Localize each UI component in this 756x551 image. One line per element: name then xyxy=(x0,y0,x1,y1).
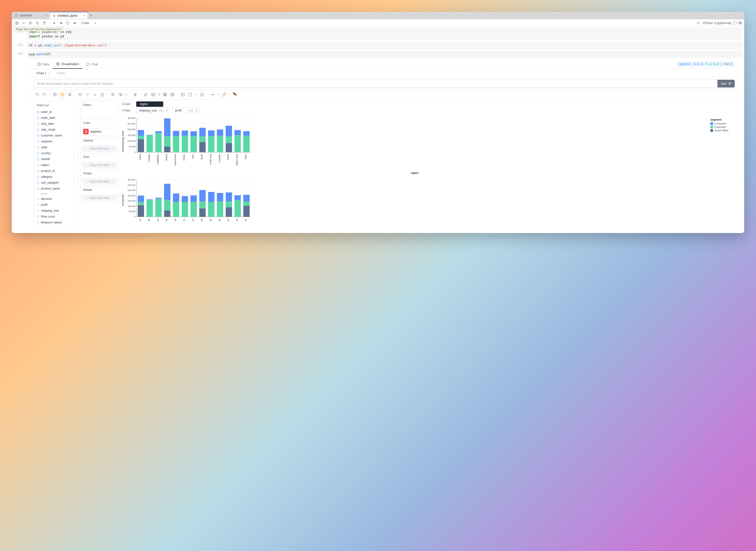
x-axis-pill[interactable]: region xyxy=(136,101,163,107)
more-icon[interactable]: ⋮ xyxy=(72,151,75,155)
layers-icon[interactable] xyxy=(67,91,73,98)
sort-arrows-icon[interactable]: ▴▾ xyxy=(196,109,197,112)
field-item[interactable]: #discount⋮ xyxy=(34,196,78,202)
gear-icon[interactable] xyxy=(169,91,175,98)
more-icon[interactable]: ⋮ xyxy=(72,116,75,120)
sort-desc-icon[interactable] xyxy=(84,91,91,98)
responsive-icon[interactable] xyxy=(117,91,123,98)
more-icon[interactable]: ⋮ xyxy=(72,203,75,207)
code-cell[interactable]: [1]: import pygwalker as pyg import pand… xyxy=(14,28,742,40)
shelf-filters[interactable]: Filters xyxy=(81,101,119,119)
new-chart-button[interactable]: + New xyxy=(54,70,67,76)
field-item[interactable]: order_date⋮ xyxy=(34,115,78,121)
table-icon[interactable] xyxy=(162,91,168,98)
code-cell[interactable]: [3]: pyg.walk(df) xyxy=(14,51,742,58)
field-item[interactable]: #profit⋮ xyxy=(34,202,78,208)
code-editor[interactable]: pyg.walk(df) xyxy=(27,51,742,58)
copy-icon[interactable] xyxy=(35,20,40,26)
field-item[interactable]: #Row count⋮ xyxy=(34,213,78,219)
field-item[interactable]: region⋮ xyxy=(34,162,78,168)
field-item[interactable]: market⋮ xyxy=(34,156,78,162)
y-axis-pill-1[interactable]: shipping_cost sum ▴▾ xyxy=(136,108,170,113)
stop-icon[interactable] xyxy=(58,20,64,26)
field-item[interactable]: product_name⋮ xyxy=(34,186,78,191)
ask-input[interactable]: What visualization your want to draw fro… xyxy=(34,80,717,87)
code-editor[interactable]: import pygwalker as pyg import pandas as… xyxy=(27,28,742,40)
add-cell-icon[interactable] xyxy=(21,20,27,26)
image-icon[interactable] xyxy=(150,91,156,98)
shelf-size[interactable]: Size Drop Field Here xyxy=(81,153,119,170)
run-icon[interactable] xyxy=(52,20,57,26)
cube-amber-icon[interactable] xyxy=(59,91,66,98)
field-item[interactable]: #shipping_cost⋮ xyxy=(34,208,78,213)
zoom-in-icon[interactable] xyxy=(110,91,116,98)
more-icon[interactable]: ⋮ xyxy=(72,122,75,126)
more-icon[interactable]: ⋮ xyxy=(72,133,75,137)
shelf-opacity[interactable]: Opacity Drop Field Here xyxy=(81,137,119,153)
file-dot-icon[interactable] xyxy=(187,91,193,98)
chart-tab-1[interactable]: Chart 1⋮ xyxy=(34,70,53,76)
kernel-name[interactable]: Python 3 (ipykernel) xyxy=(703,21,731,25)
update-badge[interactable]: Update: 0.4.8↑ 0.4.9.8 | Cmd ⎘ xyxy=(677,61,735,67)
tab-notebook[interactable]: ◉ Untitled1.ipynb × xyxy=(50,12,88,19)
more-icon[interactable]: ⋮ xyxy=(72,110,75,114)
gear-small-icon[interactable] xyxy=(157,91,161,98)
copy-file-icon[interactable] xyxy=(77,91,83,98)
field-item[interactable]: ship_date⋮ xyxy=(34,121,78,127)
menu-icon[interactable] xyxy=(739,22,742,24)
more-icon[interactable]: ⋮ xyxy=(72,169,75,173)
shelf-shape[interactable]: Shape Drop Field Here xyxy=(81,170,119,186)
undo-icon[interactable] xyxy=(34,91,40,98)
more-icon[interactable]: ⋮ xyxy=(47,71,50,75)
redo-icon[interactable] xyxy=(41,91,48,98)
run-all-icon[interactable] xyxy=(72,20,78,26)
field-item[interactable]: ship_mode⋮ xyxy=(34,127,78,133)
restart-icon[interactable] xyxy=(65,20,71,26)
field-item[interactable]: category⋮ xyxy=(34,174,78,180)
sort-arrows-icon[interactable]: ▴▾ xyxy=(166,109,168,112)
field-item[interactable]: customer_name⋮ xyxy=(34,133,78,138)
color-pill[interactable]: segment xyxy=(82,128,117,135)
code-cell[interactable]: [2]: df = pd.read_csv("./SuperStoreOrder… xyxy=(14,42,742,49)
field-item[interactable]: segment⋮ xyxy=(34,138,78,144)
tab-chat[interactable]: Chat xyxy=(82,60,101,68)
cut-icon[interactable] xyxy=(28,20,33,26)
gear-small-icon[interactable] xyxy=(194,91,198,98)
more-icon[interactable]: ⋮ xyxy=(72,139,75,143)
delete-icon[interactable] xyxy=(83,129,89,134)
field-item[interactable]: product_id⋮ xyxy=(34,168,78,174)
geo-icon[interactable] xyxy=(132,91,138,98)
close-icon[interactable]: × xyxy=(45,13,47,17)
save-icon[interactable] xyxy=(14,20,20,26)
more-icon[interactable]: ⋮ xyxy=(72,163,75,167)
cube-icon[interactable] xyxy=(52,91,58,98)
wrench-icon[interactable] xyxy=(143,91,149,98)
close-icon[interactable]: × xyxy=(83,14,85,18)
shelf-details[interactable]: Details Drop Field Here xyxy=(81,186,119,203)
file-plus-icon[interactable] xyxy=(99,91,106,98)
tab-launcher[interactable]: Launcher × xyxy=(12,12,50,19)
more-icon[interactable]: ⋮ xyxy=(72,145,75,149)
link-icon[interactable] xyxy=(209,91,216,98)
field-item[interactable]: country⋮ xyxy=(34,150,78,156)
ask-button[interactable]: Ask xyxy=(717,80,735,87)
gear-small-icon[interactable] xyxy=(217,91,220,98)
sort-asc-icon[interactable] xyxy=(92,91,98,98)
tab-data[interactable]: Data xyxy=(34,60,53,68)
code-block-icon[interactable] xyxy=(180,91,186,98)
more-icon[interactable]: ⋮ xyxy=(72,214,75,218)
more-icon[interactable]: ⋮ xyxy=(72,197,75,201)
file-down-icon[interactable] xyxy=(199,91,205,98)
more-icon[interactable]: ⋮ xyxy=(72,175,75,179)
field-item[interactable]: #Measure values⋮ xyxy=(34,219,78,225)
cell-type-select[interactable]: Code ▾ xyxy=(80,21,98,25)
chevron-down-icon[interactable] xyxy=(124,91,128,98)
field-item[interactable]: sub_category⋮ xyxy=(34,180,78,186)
new-tab-button[interactable]: + xyxy=(88,12,95,19)
code-editor[interactable]: df = pd.read_csv("./SuperStoreOrders.csv… xyxy=(27,42,742,49)
more-icon[interactable]: ⋮ xyxy=(72,128,75,132)
field-item[interactable]: state⋮ xyxy=(34,144,78,150)
x-axis-shelf[interactable]: X-Axis region xyxy=(121,101,735,107)
more-icon[interactable]: ⋮ xyxy=(72,220,75,224)
shelf-color[interactable]: Color segment xyxy=(81,119,119,137)
